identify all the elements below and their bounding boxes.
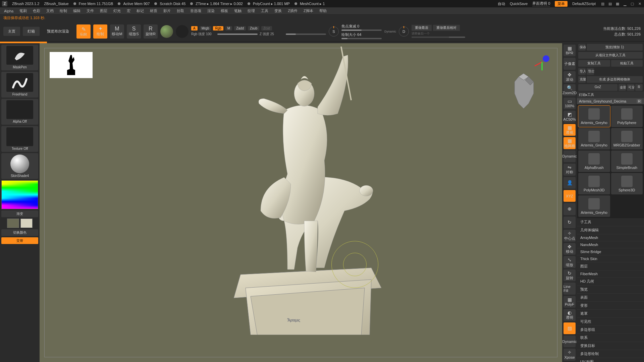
- brush-tile[interactable]: MaskPen: [1, 45, 38, 70]
- reference-thumbnail[interactable]: [50, 52, 93, 78]
- strip-👤[interactable]: 👤: [564, 177, 576, 189]
- strip-Line Fill[interactable]: Line Fill: [564, 283, 576, 294]
- section-变换目标[interactable]: 变换目标: [577, 342, 644, 350]
- color-picker[interactable]: [1, 180, 38, 209]
- redo-button[interactable]: 重做最后相对: [433, 25, 460, 31]
- home-tab[interactable]: 主页: [3, 27, 20, 36]
- menu-图层[interactable]: 图层: [99, 8, 109, 13]
- section-Slime Bridge[interactable]: Slime Bridge: [577, 248, 644, 255]
- menu-笔触[interactable]: 笔触: [233, 8, 243, 13]
- tool-btn-R[interactable]: R: [635, 84, 643, 91]
- tool-btn-可见[interactable]: 可见: [627, 84, 634, 91]
- current-tool-name[interactable]: Artemis_Greyhound_Decima R: [577, 98, 644, 104]
- strip-Xpose[interactable]: ✧Xpose: [564, 349, 576, 360]
- menu-Alpha[interactable]: Alpha: [3, 9, 15, 13]
- tool-btn-从项目文件载入工具[interactable]: 从项目文件载入工具: [578, 52, 643, 59]
- section-预览[interactable]: 预览: [577, 286, 644, 294]
- tool-cell-AlphaBrush[interactable]: AlphaBrush: [578, 150, 610, 172]
- texture-tile[interactable]: Texture Off: [1, 126, 38, 152]
- menu-灯光[interactable]: 灯光: [112, 8, 122, 13]
- section-Thick Skin[interactable]: Thick Skin: [577, 255, 644, 262]
- tool-btn-复制工具[interactable]: 复制工具: [578, 60, 610, 67]
- rgb-intensity-slider[interactable]: [217, 34, 258, 35]
- panel-icon[interactable]: ▤: [608, 1, 612, 6]
- strip-移动[interactable]: ✥移动: [564, 243, 576, 255]
- strip-地网格[interactable]: ▦地网格: [564, 137, 576, 149]
- menu-渲染[interactable]: 渲染: [206, 8, 216, 13]
- tool-btn-保存[interactable]: 保存: [578, 44, 586, 51]
- zsub-chip[interactable]: Zsub: [248, 26, 259, 31]
- zcut-chip[interactable]: Zcut: [261, 26, 272, 31]
- d-knob[interactable]: D: [399, 26, 409, 37]
- section-HD 几何[interactable]: HD 几何: [577, 278, 644, 286]
- section-多边形组[interactable]: 多边形组: [577, 326, 644, 334]
- menu-帮助[interactable]: 帮助: [318, 8, 328, 13]
- preview-bool-render[interactable]: 预览布尔渲染: [42, 27, 74, 36]
- section-UV 贴图[interactable]: UV 贴图: [577, 358, 644, 362]
- zadd-chip[interactable]: Zadd: [234, 26, 246, 31]
- alpha-tile[interactable]: Alpha Off: [1, 99, 38, 125]
- section-子工具[interactable]: 子工具: [577, 218, 644, 226]
- strip-旋转[interactable]: ↻旋转: [564, 269, 576, 281]
- tool-cell-SimpleBrush[interactable]: SimpleBrush: [611, 150, 643, 172]
- lightbox-tab[interactable]: 灯箱: [23, 27, 40, 36]
- stroke-tile[interactable]: FreeHand: [1, 72, 38, 98]
- tool-cell-Sphere3D[interactable]: Sphere3D: [611, 173, 643, 194]
- menu-色彩[interactable]: 色彩: [32, 8, 42, 13]
- strip-中心点[interactable]: ✧中心点: [564, 230, 576, 241]
- strip-Zoom2D[interactable]: 🔍Zoom2D: [564, 84, 576, 96]
- strip-100%[interactable]: ▭100%: [564, 98, 576, 109]
- rotate-button[interactable]: R旋转R: [144, 24, 158, 39]
- camera-head-gizmo[interactable]: [505, 70, 542, 114]
- alternate-button[interactable]: 交替: [1, 237, 38, 244]
- edit-mode-button[interactable]: ✎Edit: [76, 24, 91, 39]
- minimize-icon[interactable]: ▁: [623, 1, 627, 6]
- section-遮罩[interactable]: 遮罩: [577, 310, 644, 318]
- strip-Dynamic[interactable]: Dynamic: [564, 336, 576, 347]
- section-几何体编辑[interactable]: 几何体编辑: [577, 226, 644, 234]
- scale-button[interactable]: S缩放S: [127, 24, 141, 39]
- ui-transparency[interactable]: 界面透明 0: [532, 1, 550, 6]
- menu-材质[interactable]: 材质: [149, 8, 159, 13]
- menu-文档[interactable]: 文档: [45, 8, 55, 13]
- rgb-chip[interactable]: Rgb: [213, 26, 223, 31]
- menu-工具[interactable]: 工具: [260, 8, 270, 13]
- menu-标记[interactable]: 标记: [135, 8, 145, 13]
- menu-拾取[interactable]: 拾取: [175, 8, 185, 13]
- tool-btn-粘贴工具[interactable]: 粘贴工具: [611, 60, 643, 67]
- tool-cell-Artemis_Greyho[interactable]: Artemis_Greyho: [578, 195, 610, 217]
- strip-BPR[interactable]: ▦BPR: [564, 45, 576, 56]
- tool-btn-导入[interactable]: 导入: [578, 68, 586, 75]
- section-多边形绘制[interactable]: 多边形绘制: [577, 350, 644, 358]
- section-变形[interactable]: 变形: [577, 302, 644, 310]
- m-chip[interactable]: M: [225, 26, 232, 31]
- tool-r-button[interactable]: R: [637, 99, 642, 103]
- swatch-primary[interactable]: [20, 219, 33, 228]
- tool-btn-生成 多边形网格物体[interactable]: 生成 多边形网格物体: [587, 76, 643, 83]
- strip-PolyF[interactable]: ▦PolyF: [564, 296, 576, 308]
- draw-mode-button[interactable]: ✦绘制: [93, 24, 107, 39]
- menu-影片[interactable]: 影片: [162, 8, 172, 13]
- panel-icon[interactable]: ▦: [615, 1, 620, 6]
- strip-对称[interactable]: ⇋对称: [564, 164, 576, 175]
- section-ArrayMesh[interactable]: ArrayMesh: [577, 234, 644, 241]
- tool-btn-导出[interactable]: 导出: [587, 68, 594, 75]
- menu-Z插件[interactable]: Z插件: [286, 8, 299, 13]
- tool-btn-全部[interactable]: 全部: [619, 84, 626, 91]
- axis-gizmo-icon[interactable]: [532, 52, 552, 72]
- gyro-shadow-widget[interactable]: [176, 25, 189, 38]
- menu-首选项[interactable]: 首选项: [189, 8, 203, 13]
- section-FiberMesh[interactable]: FiberMesh: [577, 270, 644, 278]
- lightbox-tools-header[interactable]: 灯箱▸工具: [577, 92, 644, 98]
- gyro-widget[interactable]: [160, 25, 173, 38]
- s-knob[interactable]: S: [329, 26, 339, 37]
- focal-shift-slider[interactable]: [341, 29, 382, 31]
- tool-cell-MRGBZGrabber[interactable]: MRGBZGrabber: [611, 128, 643, 149]
- swatch-secondary[interactable]: [7, 219, 19, 228]
- gradient-button[interactable]: 渐变: [1, 210, 38, 217]
- dynamic-label[interactable]: Dynamic: [384, 30, 396, 33]
- menu-文件[interactable]: 文件: [85, 8, 95, 13]
- section-可见性[interactable]: 可见性: [577, 318, 644, 326]
- viewport[interactable]: Ἄρτεμις: [40, 43, 562, 362]
- menu-宏[interactable]: 宏: [125, 8, 132, 13]
